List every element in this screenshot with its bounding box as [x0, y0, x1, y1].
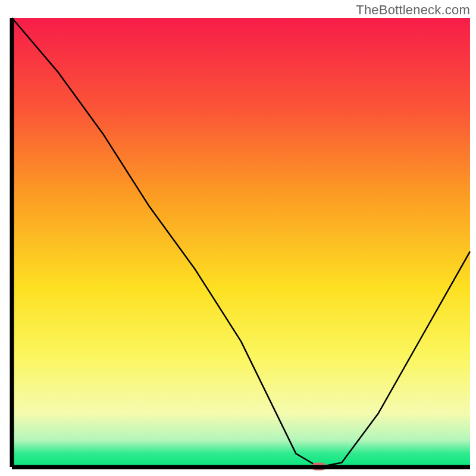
- chart-container: TheBottleneck.com: [0, 0, 476, 476]
- bottleneck-chart: [0, 0, 476, 476]
- watermark-text: TheBottleneck.com: [356, 2, 470, 18]
- gradient-background: [12, 18, 470, 467]
